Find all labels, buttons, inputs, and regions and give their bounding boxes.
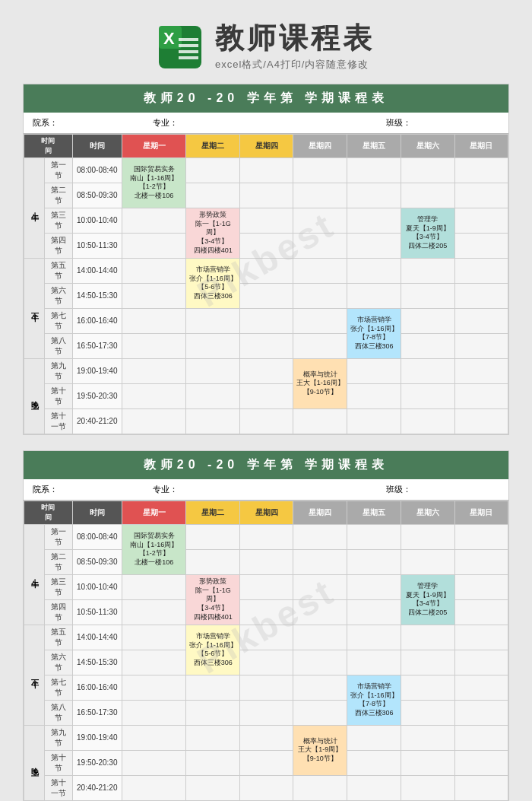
empty-wed-4 — [240, 233, 293, 258]
empty-thu-6 — [293, 283, 347, 308]
period-2-7: 第七节 — [45, 675, 72, 700]
empty-fri-4 — [347, 233, 401, 258]
th-thursday: 星期四 — [293, 134, 347, 157]
empty-mon-4 — [122, 233, 186, 258]
empty-2-mon-11 — [122, 775, 186, 800]
table-row: 第七节 16:00-16:40 市场营销学张介【1-16周】【7-8节】西体三楼… — [24, 308, 508, 333]
empty-tue-2 — [186, 183, 240, 208]
empty-fri-6 — [347, 283, 401, 308]
empty-2-sun-10 — [454, 750, 508, 775]
empty-tue-9 — [186, 358, 240, 383]
empty-sat-6 — [401, 283, 454, 308]
th-sunday: 星期日 — [454, 134, 508, 157]
time-11: 20:40-21:20 — [72, 408, 122, 434]
page-wrapper: X 教师课程表 excel格式/A4打印/内容随意修改 Pikbest 教师20… — [0, 0, 532, 801]
period-2-2: 第二节 — [45, 549, 72, 574]
empty-2-fri-2 — [347, 549, 401, 574]
empty-sun-3 — [454, 208, 508, 233]
page-header: X 教师课程表 excel格式/A4打印/内容随意修改 — [23, 15, 509, 79]
empty-wed-8 — [240, 333, 293, 358]
empty-sat-8 — [401, 333, 454, 358]
empty-wed-6 — [240, 283, 293, 308]
info-yuanxi-1: 院系： — [30, 116, 150, 130]
table-header-row-2: 时间间 时间 星期一 星期二 星期四 星期四 星期五 星期六 星期日 — [24, 501, 508, 524]
table-row: 第六节 14:50-15:30 — [24, 650, 508, 675]
course-2-fri-7: 市场营销学张介【1-16周】【7-8节】西体三楼306 — [347, 675, 401, 725]
course-tue-3: 形势政策陈一【1-1G周】【3-4节】四楼四楼401 — [186, 208, 240, 258]
time-2-10: 19:50-20:30 — [72, 750, 122, 775]
empty-2-thu-5 — [293, 625, 347, 650]
empty-tue-8 — [186, 333, 240, 358]
empty-sun-11 — [454, 408, 508, 434]
period-5: 第五节 — [45, 258, 72, 283]
time-2-6: 14:50-15:30 — [72, 650, 122, 675]
period-2-10: 第十节 — [45, 750, 72, 775]
empty-sun-6 — [454, 283, 508, 308]
empty-2-wed-5 — [240, 625, 293, 650]
svg-text:X: X — [163, 29, 175, 48]
empty-2-thu-4 — [293, 599, 347, 625]
svg-rect-6 — [179, 56, 198, 59]
empty-thu-2 — [293, 183, 347, 208]
empty-tue-10 — [186, 383, 240, 408]
empty-wed-10 — [240, 383, 293, 408]
empty-sun-4 — [454, 233, 508, 258]
empty-2-sun-9 — [454, 725, 508, 750]
empty-wed-3 — [240, 208, 293, 233]
table-row: 下午 第五节 14:00-14:40 市场营销学张介【1-16周】【5-6节】西… — [24, 625, 508, 650]
svg-rect-5 — [179, 50, 198, 53]
empty-2-sun-2 — [454, 549, 508, 574]
table-row: 晚上 第九节 19:00-19:40 概率与统计王大【1-9周】【9-10节】 — [24, 725, 508, 750]
th-wednesday: 星期四 — [240, 134, 293, 157]
time-2-5: 14:00-14:40 — [72, 625, 122, 650]
period-2-9: 第九节 — [45, 725, 72, 750]
th-time-2: 时间间 — [24, 501, 73, 524]
empty-2-mon-9 — [122, 725, 186, 750]
empty-thu-7 — [293, 308, 347, 333]
empty-thu-8 — [293, 333, 347, 358]
table-row: 第八节 16:50-17:30 — [24, 700, 508, 725]
empty-mon-5 — [122, 258, 186, 283]
empty-2-sun-4 — [454, 599, 508, 625]
empty-2-fri-11 — [347, 775, 401, 800]
course-2-thu-9: 概率与统计王大【1-9周】【9-10节】 — [293, 725, 347, 775]
period-4: 第四节 — [45, 233, 72, 258]
empty-2-sat-9 — [401, 725, 454, 750]
period-2-6: 第六节 — [45, 650, 72, 675]
empty-2-thu-1 — [293, 524, 347, 549]
period-1: 第一节 — [45, 157, 72, 183]
table-row: 第二节 08:50-09:30 — [24, 183, 508, 208]
empty-2-wed-10 — [240, 750, 293, 775]
th-shijian: 时间 — [72, 134, 122, 157]
empty-sun-7 — [454, 308, 508, 333]
empty-2-wed-6 — [240, 650, 293, 675]
table-header-row-1: 时间间 时间 星期一 星期二 星期四 星期四 星期五 星期六 星期日 — [24, 134, 508, 157]
time-5: 14:00-14:40 — [72, 258, 122, 283]
period-2-11: 第十一节 — [45, 775, 72, 800]
time-4: 10:50-11:30 — [72, 233, 122, 258]
schedule-2: Pikbest 教师20 -20 学年第 学期课程表 院系： 专业： 班级： — [23, 450, 509, 801]
empty-2-fri-9 — [347, 725, 401, 750]
course-mon-1: 国际贸易实务南山【1-16周】【1-2节】北楼一楼106 — [122, 157, 186, 208]
empty-sat-2 — [401, 183, 454, 208]
th-saturday-2: 星期六 — [401, 501, 454, 524]
empty-sun-8 — [454, 333, 508, 358]
empty-sat-1 — [401, 157, 454, 183]
empty-sat-5 — [401, 258, 454, 283]
empty-2-thu-3 — [293, 574, 347, 599]
th-friday: 星期五 — [347, 134, 401, 157]
table-row: 第十节 19:50-20:30 — [24, 383, 508, 408]
empty-wed-9 — [240, 358, 293, 383]
empty-sat-7 — [401, 308, 454, 333]
time-2-7: 16:00-16:40 — [72, 675, 122, 700]
empty-fri-9 — [347, 358, 401, 383]
empty-2-thu-2 — [293, 549, 347, 574]
time-2-11: 20:40-21:20 — [72, 775, 122, 800]
table-row: 第十节 19:50-20:30 — [24, 750, 508, 775]
empty-wed-2 — [240, 183, 293, 208]
empty-2-fri-6 — [347, 650, 401, 675]
period-3: 第三节 — [45, 208, 72, 233]
empty-fri-3 — [347, 208, 401, 233]
info-banji-2: 班级： — [383, 482, 503, 497]
period-2-4: 第四节 — [45, 599, 72, 625]
